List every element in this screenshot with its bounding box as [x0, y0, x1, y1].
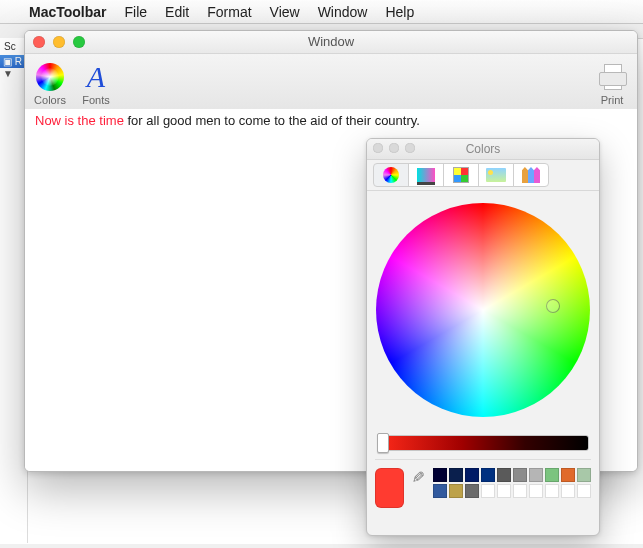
bg-header: Sc — [0, 38, 27, 55]
bg-selected-row: ▣ R — [0, 55, 27, 68]
empty-swatch[interactable] — [561, 484, 575, 498]
saved-swatch[interactable] — [481, 468, 495, 482]
doc-highlight-text: Now is the time — [35, 113, 124, 128]
saved-swatch[interactable] — [465, 484, 479, 498]
saved-swatch[interactable] — [577, 468, 591, 482]
saved-swatch[interactable] — [497, 468, 511, 482]
tab-color-palettes[interactable] — [443, 163, 479, 187]
tab-crayons[interactable] — [513, 163, 549, 187]
toolbar-print-button[interactable]: Print — [595, 60, 629, 106]
palettes-tab-icon — [453, 167, 469, 183]
empty-swatch[interactable] — [481, 484, 495, 498]
current-color-swatch[interactable] — [375, 468, 404, 508]
main-toolbar: Colors A Fonts Print — [25, 54, 637, 110]
colors-titlebar: Colors — [367, 139, 599, 160]
saved-swatch[interactable] — [545, 468, 559, 482]
saved-swatch[interactable] — [561, 468, 575, 482]
saved-swatches-grid — [433, 468, 591, 498]
menu-view[interactable]: View — [261, 0, 309, 24]
color-wheel-cursor[interactable] — [546, 299, 560, 313]
saved-swatch[interactable] — [449, 484, 463, 498]
wheel-tab-icon — [383, 167, 399, 183]
brightness-slider-knob[interactable] — [377, 433, 389, 453]
image-tab-icon — [486, 168, 506, 182]
color-wheel-area — [367, 191, 599, 429]
disclosure-triangle-icon: ▼ — [0, 68, 27, 79]
empty-swatch[interactable] — [545, 484, 559, 498]
font-icon: A — [87, 62, 105, 92]
colors-panel: Colors ✎ — [366, 138, 600, 536]
system-menubar: MacToolbar File Edit Format View Window … — [0, 0, 643, 24]
empty-swatch[interactable] — [497, 484, 511, 498]
menu-help[interactable]: Help — [376, 0, 423, 24]
menu-window[interactable]: Window — [309, 0, 377, 24]
empty-swatch[interactable] — [529, 484, 543, 498]
empty-swatch[interactable] — [577, 484, 591, 498]
brightness-slider[interactable] — [377, 435, 589, 451]
menu-format[interactable]: Format — [198, 0, 260, 24]
color-mode-tabs — [367, 160, 599, 191]
eyedropper-icon[interactable]: ✎ — [412, 468, 425, 487]
toolbar-fonts-label: Fonts — [82, 94, 110, 106]
saved-swatch[interactable] — [465, 468, 479, 482]
printer-icon — [597, 64, 627, 90]
menu-file[interactable]: File — [116, 0, 157, 24]
doc-text: for all good men to come to the aid of t… — [124, 113, 420, 128]
menu-edit[interactable]: Edit — [156, 0, 198, 24]
saved-swatch[interactable] — [529, 468, 543, 482]
tab-color-wheel[interactable] — [373, 163, 409, 187]
tab-image-palettes[interactable] — [478, 163, 514, 187]
color-wheel-icon — [36, 63, 64, 91]
colors-panel-title: Colors — [367, 139, 599, 159]
main-window-title: Window — [25, 31, 637, 53]
app-menu[interactable]: MacToolbar — [20, 0, 116, 24]
main-titlebar: Window — [25, 31, 637, 54]
saved-swatch[interactable] — [513, 468, 527, 482]
toolbar-colors-button[interactable]: Colors — [33, 60, 67, 106]
toolbar-colors-label: Colors — [34, 94, 66, 106]
saved-swatch[interactable] — [433, 468, 447, 482]
toolbar-print-label: Print — [601, 94, 624, 106]
saved-swatch[interactable] — [449, 468, 463, 482]
toolbar-fonts-button[interactable]: A Fonts — [79, 60, 113, 106]
color-wheel[interactable] — [376, 203, 590, 417]
tab-color-sliders[interactable] — [408, 163, 444, 187]
crayons-tab-icon — [522, 167, 540, 183]
saved-swatch[interactable] — [433, 484, 447, 498]
sliders-tab-icon — [417, 168, 435, 182]
empty-swatch[interactable] — [513, 484, 527, 498]
swatch-row: ✎ — [375, 459, 591, 527]
